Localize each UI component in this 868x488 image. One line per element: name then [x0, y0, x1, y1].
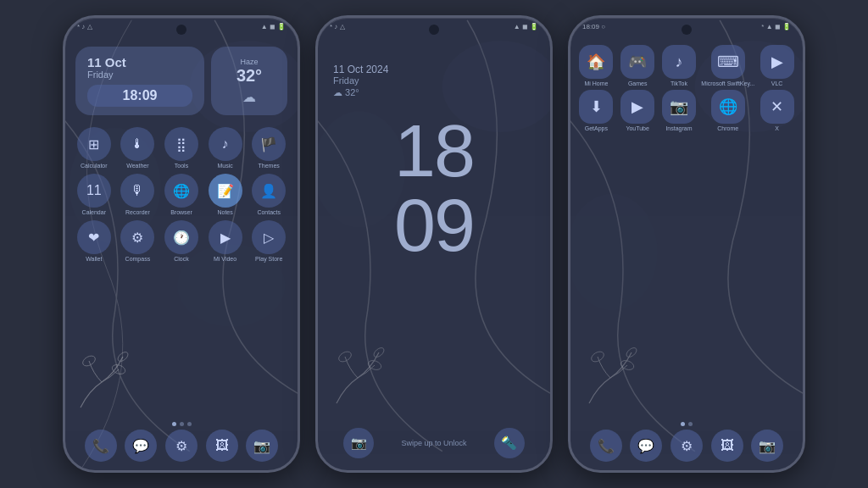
dock-messages-icon[interactable]: 💬 — [125, 430, 157, 462]
dot-2 — [688, 422, 693, 426]
list-item[interactable]: ▶ YouTube — [619, 90, 657, 131]
page-dots-3 — [570, 422, 803, 426]
weather-widget: Haze 32° ☁ — [211, 47, 287, 115]
list-item[interactable]: ⊞ Calculator — [74, 127, 114, 169]
lock-date: 11 Oct 2024 — [333, 64, 535, 75]
list-item[interactable]: 🏴 Themes — [248, 127, 289, 169]
list-item[interactable]: ❤ Wallet — [74, 220, 114, 262]
temperature: 32° — [236, 66, 262, 86]
weather-icon: ☁ — [242, 89, 256, 105]
big-clock: 18 09 — [318, 114, 550, 263]
list-item[interactable]: 📝 Notes — [205, 174, 246, 215]
recorder-icon: 🎙 — [120, 174, 154, 208]
app-label: Games — [628, 80, 648, 86]
app-grid-row1: ⊞ Calculator 🌡 Weather ⣿ Tools ♪ Music 🏴… — [65, 120, 298, 262]
dock-gallery-icon[interactable]: 🖼 — [711, 430, 743, 462]
status-left: * ♪ △ — [330, 23, 345, 30]
date-day: 11 Oct — [87, 55, 192, 69]
app-label: Contacts — [257, 209, 281, 215]
chrome-icon: 🌐 — [711, 90, 745, 124]
list-item[interactable]: ▶ Mi Video — [205, 220, 246, 262]
time-display: 18:09 — [87, 85, 192, 107]
list-item[interactable]: ♪ Music — [205, 127, 246, 169]
music-icon: ♪ — [209, 127, 242, 161]
list-item[interactable]: 🎮 Games — [619, 45, 657, 86]
clock-icon: 🕐 — [164, 220, 198, 254]
mivideo-icon: ▶ — [209, 220, 242, 254]
list-item[interactable]: ⌨ Microsoft SwiftKey... — [701, 45, 754, 86]
app-label: Themes — [259, 163, 280, 169]
dock-camera-icon[interactable]: 📷 — [246, 430, 278, 462]
app-label: Clock — [174, 256, 189, 262]
list-item[interactable]: ✕ X — [758, 90, 796, 131]
notes-icon: 📝 — [209, 174, 242, 208]
leaf-decoration-3 — [581, 344, 640, 415]
lock-weekday: Friday — [333, 75, 535, 86]
getapps-icon: ⬇ — [579, 90, 613, 124]
leaf-decoration — [72, 348, 131, 419]
swiftkey-icon: ⌨ — [711, 45, 745, 79]
app-label: Tools — [175, 163, 188, 169]
list-item[interactable]: ▶ VLC — [758, 45, 796, 86]
dot-1 — [681, 422, 685, 426]
dock-messages-icon[interactable]: 💬 — [630, 430, 662, 462]
dock-settings-icon[interactable]: ⚙ — [670, 430, 703, 462]
dock-settings-icon[interactable]: ⚙ — [165, 430, 198, 462]
date-widget: 11 Oct Friday 18:09 — [75, 47, 204, 115]
app-label: Calculator — [81, 163, 108, 169]
app-label: X — [775, 125, 779, 131]
camera-shortcut-icon[interactable]: 📷 — [343, 428, 374, 458]
list-item[interactable]: 🕐 Clock — [161, 220, 202, 262]
leaf-decoration-2 — [328, 344, 387, 415]
dock-gallery-icon[interactable]: 🖼 — [206, 430, 238, 462]
playstore-icon: ▷ — [252, 220, 286, 254]
list-item[interactable]: 11 Calendar — [74, 174, 114, 215]
list-item[interactable]: 🎙 Recorder — [118, 174, 159, 215]
list-item[interactable]: 🌡 Weather — [118, 127, 159, 169]
app-label: Chrome — [717, 125, 738, 131]
app-label: VLC — [771, 80, 783, 86]
app-label: GetApps — [585, 125, 608, 131]
dock-camera-icon[interactable]: 📷 — [751, 430, 783, 462]
contacts-icon: 👤 — [252, 174, 286, 208]
status-bar: 18:09 ○ * ▲ ◼ 🔋 — [582, 23, 791, 30]
phone-3: 18:09 ○ * ▲ ◼ 🔋 🏠 Mi Home 🎮 Games ♪ TikT… — [568, 15, 805, 473]
dot-1 — [172, 422, 176, 426]
list-item[interactable]: 📷 Instagram — [660, 90, 698, 131]
list-item[interactable]: 🏠 Mi Home — [577, 45, 615, 86]
tools-icon: ⣿ — [164, 127, 198, 161]
phone3-content: 🏠 Mi Home 🎮 Games ♪ TikTok ⌨ Microsoft S… — [570, 38, 803, 470]
list-item[interactable]: ⣿ Tools — [161, 127, 202, 169]
list-item[interactable]: ⬇ GetApps — [577, 90, 615, 131]
status-bar: * ♪ △ ▲ ◼ 🔋 — [77, 23, 286, 30]
date-weekday: Friday — [87, 69, 192, 80]
calendar-icon: 11 — [77, 174, 111, 208]
phone-1: * ♪ △ ▲ ◼ 🔋 11 Oct Friday 18:09 Haze 32°… — [63, 15, 300, 473]
app-grid-top: 🏠 Mi Home 🎮 Games ♪ TikTok ⌨ Microsoft S… — [570, 38, 803, 131]
themes-icon: 🏴 — [252, 127, 286, 161]
browser-icon: 🌐 — [164, 174, 198, 208]
app-label: Microsoft SwiftKey... — [701, 80, 754, 86]
instagram-icon: 📷 — [662, 90, 696, 124]
app-label: YouTube — [626, 125, 649, 131]
status-bar: * ♪ △ ▲ ◼ 🔋 — [330, 23, 538, 30]
flashlight-icon[interactable]: 🔦 — [494, 428, 525, 458]
list-item[interactable]: ⚙ Compass — [118, 220, 159, 262]
dock-phone-icon[interactable]: 📞 — [590, 430, 622, 462]
status-right: ▲ ◼ 🔋 — [514, 23, 538, 30]
list-item[interactable]: 👤 Contacts — [248, 174, 289, 215]
phone-2: * ♪ △ ▲ ◼ 🔋 11 Oct 2024 Friday ☁ 32° 18 … — [315, 15, 553, 473]
list-item[interactable]: 🌐 Chrome — [701, 90, 754, 131]
status-left: 18:09 ○ — [582, 23, 605, 30]
list-item[interactable]: ▷ Play Store — [248, 220, 289, 262]
dock-phone-icon[interactable]: 📞 — [85, 430, 117, 462]
mihome-icon: 🏠 — [579, 45, 613, 79]
app-label: Compass — [125, 256, 151, 262]
app-label: Mi Video — [214, 256, 236, 262]
dock: 📞 💬 ⚙ 🖼 📷 — [65, 430, 298, 462]
clock-minute: 09 — [318, 188, 550, 263]
dot-3 — [187, 422, 192, 426]
weather-label: Haze — [240, 58, 258, 66]
list-item[interactable]: 🌐 Browser — [161, 174, 202, 215]
list-item[interactable]: ♪ TikTok — [660, 45, 698, 86]
